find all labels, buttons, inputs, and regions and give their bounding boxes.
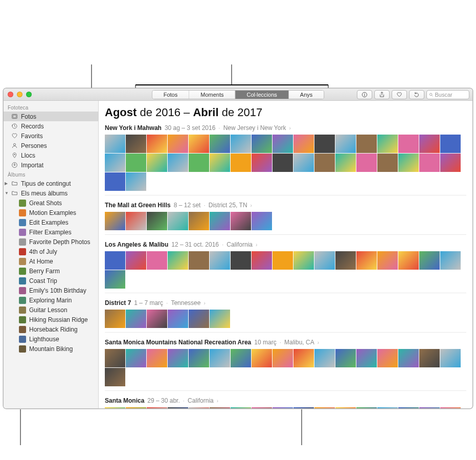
photo-thumbnail[interactable] [210, 135, 230, 153]
sidebar-item-importat[interactable]: Importat [4, 160, 98, 170]
photo-thumbnail[interactable] [126, 172, 146, 191]
photo-thumbnail[interactable] [398, 349, 419, 367]
view-tab-fotos[interactable]: Fotos [152, 91, 190, 99]
photo-thumbnail[interactable] [147, 310, 167, 328]
favorite-button[interactable] [392, 90, 407, 99]
photo-thumbnail[interactable] [231, 251, 251, 270]
main-content[interactable]: Agost de 2016 – Abril de 2017 New York i… [99, 101, 472, 408]
photo-thumbnail[interactable] [210, 310, 230, 328]
photo-thumbnail[interactable] [419, 135, 440, 153]
photo-thumbnail[interactable] [335, 251, 356, 270]
photo-thumbnail[interactable] [126, 154, 146, 172]
photo-thumbnail[interactable] [105, 270, 125, 289]
zoom-window-button[interactable] [26, 92, 32, 97]
photo-thumbnail[interactable] [168, 135, 188, 153]
photo-thumbnail[interactable] [147, 135, 167, 153]
photo-thumbnail[interactable] [398, 154, 419, 172]
photo-thumbnail[interactable] [231, 212, 251, 230]
sidebar-album-favorite-depth-photos[interactable]: Favorite Depth Photos [4, 237, 98, 247]
photo-thumbnail[interactable] [293, 407, 314, 408]
sidebar-item-llocs[interactable]: Llocs [4, 150, 98, 160]
photo-thumbnail[interactable] [440, 154, 461, 172]
photo-thumbnail[interactable] [126, 251, 146, 270]
photo-thumbnail[interactable] [210, 154, 230, 172]
photo-thumbnail[interactable] [126, 349, 146, 367]
collection-header[interactable]: Santa Monica29 – 30 abr.·California› [105, 397, 466, 404]
sidebar-album-4th-of-july[interactable]: 4th of July [4, 247, 98, 256]
photo-thumbnail[interactable] [252, 251, 272, 270]
photo-thumbnail[interactable] [335, 135, 356, 153]
photo-thumbnail[interactable] [398, 135, 419, 153]
photo-thumbnail[interactable] [210, 349, 230, 367]
photo-thumbnail[interactable] [105, 172, 125, 191]
photo-thumbnail[interactable] [147, 251, 167, 270]
photo-thumbnail[interactable] [168, 251, 188, 270]
photo-thumbnail[interactable] [293, 154, 314, 172]
rotate-button[interactable] [409, 90, 424, 99]
photo-thumbnail[interactable] [273, 135, 293, 153]
photo-thumbnail[interactable] [189, 407, 209, 408]
search-input[interactable] [435, 92, 467, 98]
photo-thumbnail[interactable] [356, 135, 377, 153]
photo-thumbnail[interactable] [273, 154, 293, 172]
photo-thumbnail[interactable] [419, 349, 440, 367]
minimize-window-button[interactable] [17, 92, 22, 97]
share-button[interactable] [374, 90, 390, 99]
sidebar-album-guitar-lesson[interactable]: Guitar Lesson [4, 305, 98, 315]
photo-thumbnail[interactable] [210, 251, 230, 270]
photo-thumbnail[interactable] [105, 349, 125, 367]
photo-thumbnail[interactable] [293, 135, 314, 153]
photo-thumbnail[interactable] [335, 407, 356, 408]
photo-thumbnail[interactable] [398, 251, 419, 270]
photo-thumbnail[interactable] [105, 154, 125, 172]
photo-thumbnail[interactable] [314, 349, 335, 367]
photo-thumbnail[interactable] [168, 349, 188, 367]
photo-thumbnail[interactable] [252, 407, 272, 408]
photo-thumbnail[interactable] [252, 212, 272, 230]
collection-header[interactable]: The Mall at Green Hills8 – 12 set·Distri… [105, 202, 466, 209]
photo-thumbnail[interactable] [377, 251, 398, 270]
photo-thumbnail[interactable] [105, 212, 125, 230]
view-tab-anys[interactable]: Anys [289, 91, 324, 99]
photo-thumbnail[interactable] [189, 212, 209, 230]
sidebar-album-at-home[interactable]: At Home [4, 256, 98, 266]
chevron-down-icon[interactable]: ▼ [5, 191, 8, 195]
photo-thumbnail[interactable] [105, 407, 125, 408]
collection-header[interactable]: New York i Mahwah30 ag – 3 set 2016·New … [105, 124, 466, 132]
photo-thumbnail[interactable] [168, 407, 188, 408]
photo-thumbnail[interactable] [440, 135, 461, 153]
photo-thumbnail[interactable] [252, 349, 272, 367]
sidebar-item-els-meus-lbums[interactable]: ▼Els meus àlbums [4, 188, 98, 198]
photo-thumbnail[interactable] [419, 407, 440, 408]
photo-thumbnail[interactable] [335, 154, 356, 172]
photo-thumbnail[interactable] [147, 407, 167, 408]
photo-thumbnail[interactable] [356, 349, 377, 367]
photo-thumbnail[interactable] [356, 251, 377, 270]
photo-thumbnail[interactable] [419, 154, 440, 172]
photo-thumbnail[interactable] [293, 349, 314, 367]
photo-thumbnail[interactable] [252, 135, 272, 153]
sidebar-album-exploring-marin[interactable]: Exploring Marin [4, 295, 98, 305]
sidebar-album-berry-farm[interactable]: Berry Farm [4, 266, 98, 276]
photo-thumbnail[interactable] [231, 154, 251, 172]
collection-header[interactable]: Los Angeles & Malibu12 – 31 oct. 2016·Ca… [105, 241, 466, 248]
sidebar-album-lighthouse[interactable]: Lighthouse [4, 334, 98, 344]
photo-thumbnail[interactable] [189, 154, 209, 172]
sidebar-album-hiking-russian-ridge[interactable]: Hiking Russian Ridge [4, 315, 98, 324]
photo-thumbnail[interactable] [105, 135, 125, 153]
photo-thumbnail[interactable] [168, 310, 188, 328]
sidebar-album-edit-examples[interactable]: Edit Examples [4, 217, 98, 227]
info-button[interactable] [357, 90, 372, 99]
sidebar-item-records[interactable]: Records [4, 121, 98, 131]
photo-thumbnail[interactable] [440, 407, 461, 408]
photo-thumbnail[interactable] [440, 251, 461, 270]
photo-thumbnail[interactable] [314, 251, 335, 270]
photo-thumbnail[interactable] [189, 135, 209, 153]
photo-thumbnail[interactable] [293, 251, 314, 270]
sidebar-album-great-shots[interactable]: Great Shots [4, 198, 98, 208]
photo-thumbnail[interactable] [105, 251, 125, 270]
sidebar-album-motion-examples[interactable]: Motion Examples [4, 208, 98, 217]
photo-thumbnail[interactable] [314, 407, 335, 408]
photo-thumbnail[interactable] [189, 310, 209, 328]
sidebar-album-horseback-riding[interactable]: Horseback Riding [4, 324, 98, 334]
